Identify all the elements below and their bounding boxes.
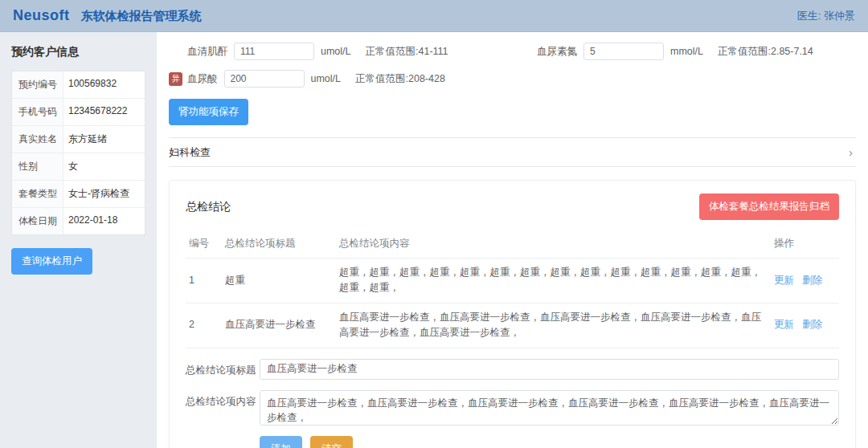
chevron-right-icon: › [849,145,853,159]
conclusion-content-textarea[interactable]: 血压高要进一步检查，血压高要进一步检查，血压高要进一步检查，血压高要进一步检查，… [260,390,839,426]
conclusion-content-label: 总检结论项内容 [186,390,260,409]
info-value: 东方延绪 [63,126,112,153]
table-row: 2 血压高要进一步检查 血压高要进一步检查，血压高要进一步检查，血压高要进一步检… [186,303,839,348]
cell-content: 超重，超重，超重，超重，超重，超重，超重，超重，超重，超重，超重，超重，超重，超… [336,259,771,303]
cell-actions: 更新删除 [771,303,839,348]
update-link[interactable]: 更新 [774,319,794,330]
info-value: 女 [63,153,83,180]
table-header-row: 编号 总检结论项标题 总检结论项内容 操作 [186,230,839,259]
sidebar: 预约客户信息 预约编号 100569832 手机号码 12345678222 真… [0,32,157,448]
delete-link[interactable]: 删除 [802,275,822,286]
app-title: 东软体检报告管理系统 [81,9,202,24]
sidebar-title: 预约客户信息 [11,45,145,59]
info-value: 2022-01-18 [63,208,122,234]
conclusion-title-form-row: 总检结论项标题 [186,359,839,380]
exam-item-normal-range: 正常值范围:41-111 [366,45,448,59]
exam-item-blood-uric-acid: 异 血尿酸 umol/L 正常值范围:208-428 [169,69,518,88]
form-button-row: 添加 清空 [260,436,839,448]
delete-link[interactable]: 删除 [802,319,822,330]
gynecology-collapse-header[interactable]: 妇科检查 › [169,137,856,167]
exam-item-normal-range: 正常值范围:2.85-7.14 [718,45,813,59]
panel-title: 总检结论 [186,200,231,214]
overall-conclusion-panel: 总检结论 体检套餐总检结果报告归档 编号 总检结论项标题 总检结论项内容 操作 … [169,180,856,448]
kidney-function-section: 血清肌酐 umol/L 正常值范围:41-111 血尿素氮 mmol/L 正常值… [169,42,856,125]
clear-button[interactable]: 清空 [310,436,353,448]
header-actions: 操作 [771,230,839,259]
header-content: 总检结论项内容 [336,230,771,259]
brand-logo: Neusoft [13,7,70,24]
cell-content: 血压高要进一步检查，血压高要进一步检查，血压高要进一步检查，血压高要进一步检查，… [336,303,771,348]
info-value: 100569832 [63,71,121,98]
info-label: 性别 [12,153,63,180]
info-label: 真实姓名 [12,126,63,153]
main-content: 血清肌酐 umol/L 正常值范围:41-111 血尿素氮 mmol/L 正常值… [157,32,868,448]
page-layout: 预约客户信息 预约编号 100569832 手机号码 12345678222 真… [0,32,868,448]
brand-area: Neusoft 东软体检报告管理系统 [13,7,202,24]
exam-item-normal-range: 正常值范围:208-428 [355,72,445,86]
exam-item-label: 血尿酸 [187,72,218,86]
cell-title: 血压高要进一步检查 [222,303,336,348]
blood-uric-acid-input[interactable] [224,70,305,88]
info-label: 套餐类型 [12,181,63,207]
cell-title: 超重 [222,259,336,303]
cell-actions: 更新删除 [771,259,839,303]
query-exam-user-button[interactable]: 查询体检用户 [11,248,92,275]
info-row-gender: 性别 女 [12,153,145,181]
kidney-function-save-button[interactable]: 肾功能项保存 [169,99,248,125]
customer-info-table: 预约编号 100569832 手机号码 12345678222 真实姓名 东方延… [11,71,145,235]
serum-creatinine-input[interactable] [234,43,314,60]
blood-urea-nitrogen-input[interactable] [583,43,664,60]
header-title: 总检结论项标题 [222,230,336,259]
update-link[interactable]: 更新 [774,275,794,286]
collapse-label: 妇科检查 [169,145,211,160]
panel-header: 总检结论 体检套餐总检结果报告归档 [186,193,839,220]
info-row-exam-date: 体检日期 2022-01-18 [12,208,145,234]
exam-item-unit: umol/L [321,46,351,57]
doctor-info: 医生: 张仲景 [797,9,855,23]
info-value: 女士-肾病检查 [63,181,134,207]
conclusion-table: 编号 总检结论项标题 总检结论项内容 操作 1 超重 超重，超重，超重，超重，超… [186,230,839,348]
conclusion-title-label: 总检结论项标题 [186,359,260,377]
exam-item-unit: mmol/L [670,46,703,57]
conclusion-title-input[interactable] [260,359,839,380]
info-label: 体检日期 [12,208,63,234]
archive-report-button[interactable]: 体检套餐总检结果报告归档 [699,193,839,220]
exam-item-label: 血尿素氮 [537,45,577,59]
table-row: 1 超重 超重，超重，超重，超重，超重，超重，超重，超重，超重，超重，超重，超重… [186,259,839,303]
add-button[interactable]: 添加 [260,436,302,448]
header-no: 编号 [186,230,222,259]
app-header: Neusoft 东软体检报告管理系统 医生: 张仲景 [0,0,868,32]
exam-item-label: 血清肌酐 [187,45,227,59]
cell-no: 2 [186,303,222,348]
info-label: 手机号码 [12,99,63,125]
info-row-package-type: 套餐类型 女士-肾病检查 [12,181,145,208]
info-row-phone: 手机号码 12345678222 [12,99,145,126]
exam-item-grid: 血清肌酐 umol/L 正常值范围:41-111 血尿素氮 mmol/L 正常值… [169,42,856,88]
exam-item-blood-urea-nitrogen: 血尿素氮 mmol/L 正常值范围:2.85-7.14 [518,42,856,61]
cell-no: 1 [186,259,222,303]
exam-item-unit: umol/L [311,73,342,84]
info-value: 12345678222 [63,99,132,125]
abnormal-badge-icon: 异 [169,72,182,86]
conclusion-content-form-row: 总检结论项内容 血压高要进一步检查，血压高要进一步检查，血压高要进一步检查，血压… [186,390,839,426]
info-row-name: 真实姓名 东方延绪 [12,126,145,153]
exam-item-serum-creatinine: 血清肌酐 umol/L 正常值范围:41-111 [169,42,518,61]
info-row-appointment-no: 预约编号 100569832 [12,71,145,99]
info-label: 预约编号 [12,71,63,98]
